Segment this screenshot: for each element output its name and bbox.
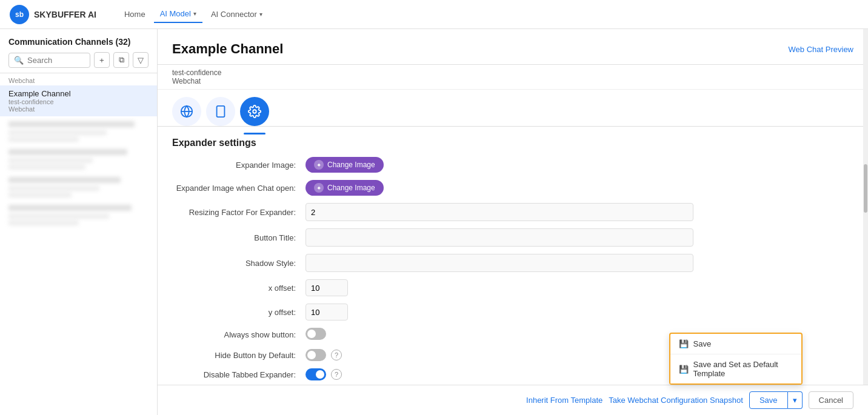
save-dropdown-save-icon: 💾 <box>679 339 689 348</box>
save-button-group: 💾 Save 💾 Save and Set as Default Templat… <box>749 391 803 409</box>
expander-image-label: Expander Image: <box>172 161 305 170</box>
x-offset-input[interactable] <box>305 279 348 296</box>
hide-button-default-label: Hide Button by Default: <box>172 351 305 360</box>
nav-home[interactable]: Home <box>118 6 152 22</box>
bottom-bar: Inherit From Template Take Webchat Confi… <box>158 385 868 415</box>
topbar: sb SKYBUFFER AI Home AI Model ▾ AI Conne… <box>0 0 868 29</box>
tab-active-indicator <box>244 133 265 134</box>
sidebar-item-name: Example Channel <box>8 89 149 98</box>
x-offset-label: x offset: <box>172 284 305 293</box>
disable-tabbed-expander-label: Disable Tabbed Expander: <box>172 370 305 379</box>
cancel-button[interactable]: Cancel <box>809 391 853 409</box>
page-title: Example Channel <box>172 41 283 57</box>
nav-ai-connector[interactable]: AI Connector ▾ <box>205 6 269 22</box>
button-title-label: Button Title: <box>172 233 305 242</box>
sidebar-title: Communication Channels (32) <box>8 36 149 47</box>
y-offset-input[interactable] <box>305 304 348 320</box>
sidebar-item-sub2: Webchat <box>8 105 149 113</box>
toggle-knob-3 <box>316 370 324 379</box>
shadow-style-row: Shadow Style: <box>172 254 853 272</box>
hide-button-help-icon[interactable]: ? <box>331 350 342 360</box>
web-chat-preview-link[interactable]: Web Chat Preview <box>789 45 853 54</box>
content-header: Example Channel Web Chat Preview <box>158 29 868 65</box>
shadow-style-control <box>305 254 853 272</box>
resizing-factor-control <box>305 203 853 221</box>
scrollbar-track <box>863 29 868 415</box>
take-snapshot-button[interactable]: Take Webchat Configuration Snapshot <box>609 396 743 405</box>
main-layout: Communication Channels (32) 🔍 + ⧉ ▽ Webc… <box>0 29 868 415</box>
nav-items: Home AI Model ▾ AI Connector ▾ <box>118 5 269 23</box>
search-input[interactable] <box>27 56 85 65</box>
hide-button-default-toggle[interactable] <box>305 349 326 361</box>
scrollbar-thumb[interactable] <box>864 164 867 213</box>
y-offset-control <box>305 304 853 320</box>
y-offset-row: y offset: <box>172 304 853 320</box>
shadow-style-input[interactable] <box>305 254 693 272</box>
x-offset-row: x offset: <box>172 279 853 296</box>
button-title-input[interactable] <box>305 228 693 247</box>
svg-point-4 <box>253 110 256 113</box>
resizing-factor-label: Resizing Factor For Expander: <box>172 208 305 217</box>
expander-image-control: ✦ Change Image <box>305 157 853 173</box>
breadcrumb: test-confidence Webchat <box>158 65 868 90</box>
change-image-icon-2: ✦ <box>314 183 324 193</box>
app-name: SKYBUFFER AI <box>34 10 96 19</box>
save-button[interactable]: Save <box>749 391 788 409</box>
sidebar-actions: 🔍 + ⧉ ▽ <box>8 52 149 68</box>
search-icon: 🔍 <box>14 56 24 65</box>
sidebar-item-example-channel[interactable]: Example Channel test-confidence Webchat <box>0 85 157 116</box>
change-image-button-2[interactable]: ✦ Change Image <box>305 180 384 196</box>
sidebar: Communication Channels (32) 🔍 + ⧉ ▽ Webc… <box>0 29 158 415</box>
tab-icons-row <box>158 90 868 127</box>
toggle-knob-2 <box>307 351 316 359</box>
save-dropdown-set-default[interactable]: 💾 Save and Set as Default Template <box>670 354 801 383</box>
expander-image-row: Expander Image: ✦ Change Image <box>172 157 853 173</box>
expander-image-open-control: ✦ Change Image <box>305 180 853 196</box>
copy-button[interactable]: ⧉ <box>113 52 129 68</box>
resizing-factor-row: Resizing Factor For Expander: <box>172 203 853 221</box>
ai-connector-chevron-icon: ▾ <box>259 11 262 18</box>
shadow-style-label: Shadow Style: <box>172 259 305 268</box>
save-dropdown: 💾 Save 💾 Save and Set as Default Templat… <box>669 333 803 385</box>
svg-rect-2 <box>217 106 225 117</box>
save-chevron-button[interactable]: ▾ <box>788 391 803 409</box>
sidebar-blurred-items <box>0 116 157 237</box>
disable-tabbed-expander-toggle[interactable] <box>305 368 326 380</box>
tab-icon-settings[interactable] <box>240 97 269 126</box>
sidebar-scroll: Webchat Example Channel test-confidence … <box>0 73 157 415</box>
logo-icon: sb <box>10 5 29 24</box>
always-show-button-toggle[interactable] <box>305 328 326 340</box>
sidebar-header: Communication Channels (32) 🔍 + ⧉ ▽ <box>0 29 157 73</box>
toggle-knob <box>307 330 316 338</box>
button-title-control <box>305 228 853 247</box>
search-box[interactable]: 🔍 <box>8 53 90 68</box>
sidebar-item-sub1: test-confidence <box>8 98 149 105</box>
button-title-row: Button Title: <box>172 228 853 247</box>
always-show-button-label: Always show button: <box>172 330 305 339</box>
filter-button[interactable]: ▽ <box>133 52 149 68</box>
change-image-icon-1: ✦ <box>314 160 324 170</box>
save-and-set-default-icon: 💾 <box>679 365 689 374</box>
expander-section-title: Expander settings <box>172 138 853 148</box>
disable-tabbed-help-icon[interactable]: ? <box>331 369 342 380</box>
y-offset-label: y offset: <box>172 308 305 317</box>
logo-area: sb SKYBUFFER AI <box>10 5 96 24</box>
save-chevron-icon: ▾ <box>793 396 797 405</box>
resizing-factor-input[interactable] <box>305 203 693 221</box>
save-dropdown-save[interactable]: 💾 Save <box>670 334 801 354</box>
x-offset-control <box>305 279 853 296</box>
expander-image-open-row: Expander Image when Chat open: ✦ Change … <box>172 180 853 196</box>
content-area: Example Channel Web Chat Preview test-co… <box>158 29 868 415</box>
expander-image-open-label: Expander Image when Chat open: <box>172 184 305 193</box>
tab-icon-globe[interactable] <box>172 97 201 126</box>
nav-ai-model[interactable]: AI Model ▾ <box>154 5 202 23</box>
change-image-button-1[interactable]: ✦ Change Image <box>305 157 384 173</box>
add-channel-button[interactable]: + <box>94 52 110 68</box>
ai-model-chevron-icon: ▾ <box>193 10 196 17</box>
inherit-from-template-button[interactable]: Inherit From Template <box>526 396 603 405</box>
tab-icon-mobile[interactable] <box>206 97 235 126</box>
webchat-group-label: Webchat <box>0 73 157 85</box>
